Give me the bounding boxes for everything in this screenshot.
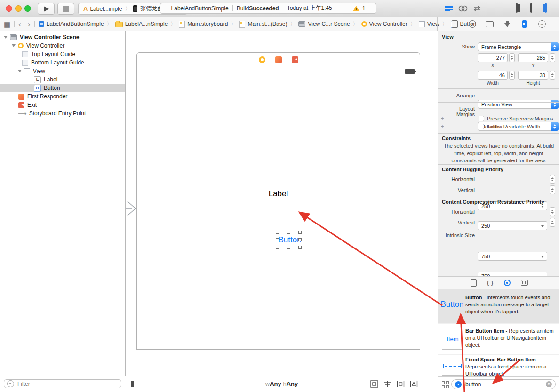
hugging-horizontal-stepper[interactable] — [550, 175, 555, 184]
go-back-button[interactable]: ‹ — [18, 20, 21, 28]
status-bar-battery-icon — [405, 69, 415, 74]
tab-file-inspector[interactable] — [450, 20, 460, 28]
selection-handle[interactable] — [298, 231, 302, 234]
outline-row-first-responder[interactable]: First Responder — [0, 92, 125, 101]
scene-header[interactable] — [136, 52, 420, 67]
jump-bar: ▦ ‹ › LabelAndButtonSimple 〉 LabelA...nS… — [0, 17, 559, 32]
breadcrumb-scene[interactable]: View C...r Scene — [298, 21, 350, 27]
minimize-window-button[interactable] — [15, 5, 22, 12]
run-button[interactable] — [38, 3, 55, 15]
compression-horizontal-stepper[interactable] — [550, 207, 555, 216]
y-axis-label: Y — [518, 63, 548, 68]
intrinsic-size-label: Intrinsic Size — [440, 232, 475, 238]
tab-identity-inspector[interactable] — [485, 20, 495, 28]
height-axis-label: Height — [518, 80, 548, 86]
first-responder-icon[interactable] — [275, 56, 282, 63]
assistant-editor-button[interactable] — [456, 3, 470, 14]
width-field[interactable]: 46 — [478, 71, 508, 80]
outline-row-exit[interactable]: Exit — [0, 101, 125, 109]
standard-editor-button[interactable] — [442, 3, 455, 14]
disclosure-triangle-icon[interactable] — [18, 70, 22, 72]
outline-row-view-controller[interactable]: View Controller — [0, 41, 125, 50]
outline-row-entry-point[interactable]: ⟶ Storyboard Entry Point — [0, 109, 125, 118]
tab-size-inspector[interactable] — [520, 20, 529, 28]
close-window-button[interactable] — [6, 5, 12, 12]
outline-filter-field[interactable] — [4, 379, 121, 388]
outline-row-button[interactable]: B Button — [0, 84, 125, 92]
show-popup[interactable]: Frame Rectangle — [478, 42, 559, 51]
library-item-button[interactable]: Button Button - Intercepts touch events … — [438, 289, 559, 323]
library-item-bar-button-item[interactable]: Item Bar Button Item - Represents an ite… — [438, 324, 559, 354]
outline-row-bottom-layout-guide[interactable]: Bottom Layout Guide — [0, 58, 125, 67]
view-controller-view[interactable]: Label Button — [136, 66, 420, 350]
related-items-icon[interactable]: ▦ — [4, 21, 10, 28]
breadcrumb-view[interactable]: View — [419, 21, 439, 27]
y-field[interactable]: 285 — [518, 53, 548, 62]
tab-object-library[interactable] — [503, 279, 511, 287]
library-search-field[interactable]: ✕ — [451, 379, 556, 389]
selection-handle[interactable] — [276, 231, 279, 234]
selection-handle[interactable] — [298, 238, 302, 241]
toggle-navigator-button[interactable] — [516, 4, 518, 12]
filter-input[interactable] — [16, 380, 118, 388]
library-item-fixed-space[interactable]: Fixed Space Bar Button Item - Represents… — [438, 355, 559, 376]
stop-button[interactable] — [57, 3, 74, 15]
selection-handle[interactable] — [276, 238, 279, 241]
clear-search-icon[interactable]: ✕ — [546, 381, 552, 387]
outline-row-label[interactable]: L Label — [0, 75, 125, 84]
breadcrumb-view-controller[interactable]: View Controller — [361, 21, 407, 27]
pin-button[interactable] — [397, 380, 405, 388]
tab-media-library[interactable] — [520, 279, 528, 287]
add-variation-button[interactable]: + — [441, 115, 444, 121]
resolve-autolayout-button[interactable] — [410, 380, 418, 388]
y-stepper[interactable] — [550, 53, 555, 62]
outline-row-view[interactable]: View — [0, 67, 125, 75]
outline-row-scene[interactable]: View Controller Scene — [0, 33, 125, 41]
breadcrumb-group[interactable]: LabelA...nSimple — [115, 21, 168, 27]
outline-row-top-layout-guide[interactable]: Top Layout Guide — [0, 50, 125, 58]
storyboard-canvas[interactable]: Label Button wAny hAny — [126, 31, 438, 392]
add-variation-button[interactable]: + — [441, 123, 444, 129]
follow-readable-width-checkbox[interactable] — [479, 124, 484, 129]
tab-quick-help[interactable]: ? — [468, 20, 477, 28]
hugging-vertical-combo[interactable]: 250 — [478, 221, 547, 230]
version-editor-button[interactable] — [471, 3, 484, 14]
x-stepper[interactable] — [509, 53, 515, 62]
selection-handle[interactable] — [298, 246, 302, 249]
layout-guide-icon — [22, 51, 28, 57]
align-button[interactable] — [383, 380, 391, 388]
toggle-inspector-button[interactable] — [545, 4, 547, 12]
width-stepper[interactable] — [509, 71, 515, 80]
height-stepper[interactable] — [550, 71, 555, 80]
library-grid-view-button[interactable] — [442, 381, 449, 388]
tab-attributes-inspector[interactable] — [503, 20, 512, 28]
exit-icon[interactable] — [292, 56, 298, 63]
compression-vertical-stepper[interactable] — [550, 218, 555, 227]
toggle-debug-area-button[interactable] — [530, 4, 532, 12]
breadcrumb-storyboard-base[interactable]: Main.st...(Base) — [239, 21, 287, 28]
zoom-window-button[interactable] — [24, 5, 31, 12]
tab-connections-inspector[interactable]: → — [537, 20, 547, 28]
hugging-vertical-stepper[interactable] — [550, 185, 555, 194]
selection-handle[interactable] — [276, 246, 279, 249]
preserve-superview-margins-checkbox[interactable] — [479, 116, 484, 121]
selection-handle[interactable] — [287, 246, 290, 249]
embed-in-stack-button[interactable] — [370, 380, 378, 388]
disclosure-triangle-icon[interactable] — [4, 36, 8, 39]
selection-handle[interactable] — [287, 231, 290, 234]
tab-file-templates[interactable] — [469, 279, 478, 287]
x-field[interactable]: 277 — [478, 53, 508, 62]
library-search-input[interactable] — [464, 381, 546, 388]
activity-viewer[interactable]: LabelAndButtonSimple Build Succeeded Tod… — [160, 3, 376, 14]
height-field[interactable]: 30 — [518, 71, 548, 80]
compression-horizontal-combo[interactable]: 750 — [478, 252, 547, 261]
disclosure-triangle-icon[interactable] — [12, 44, 16, 47]
breadcrumb-storyboard[interactable]: Main.storyboard — [179, 21, 228, 28]
view-controller-icon[interactable] — [259, 56, 265, 63]
go-forward-button[interactable]: › — [28, 20, 31, 28]
canvas-label[interactable]: Label — [137, 189, 420, 199]
canvas-button[interactable]: Button — [266, 235, 313, 245]
arrange-popup[interactable]: Position View — [478, 100, 559, 109]
tab-code-snippets[interactable]: { } — [486, 279, 495, 287]
breadcrumb-project[interactable]: LabelAndButtonSimple — [39, 21, 104, 27]
